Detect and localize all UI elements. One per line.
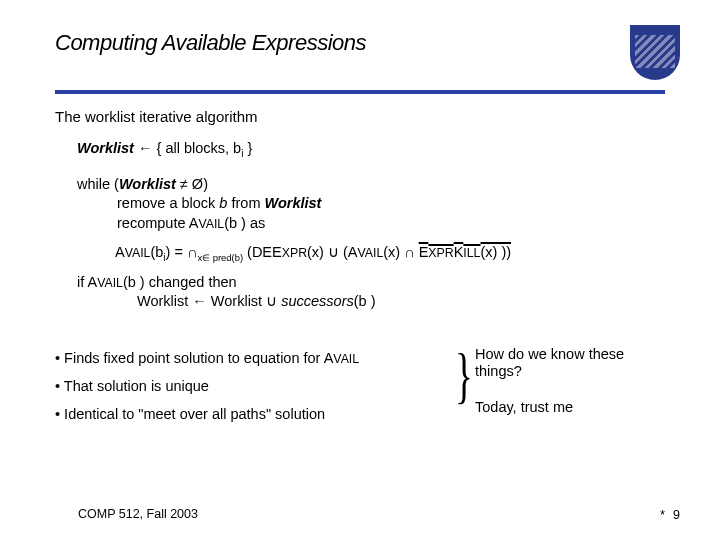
title-rule xyxy=(55,90,665,94)
shield-logo xyxy=(630,25,680,80)
answer-text: Today, trust me xyxy=(475,399,665,415)
footnote-asterisk: * xyxy=(660,507,665,522)
bullet-1: Finds fixed point solution to equation f… xyxy=(55,350,475,366)
footer: COMP 512, Fall 2003 *9 xyxy=(78,507,680,522)
algorithm-block: Worklist ← { all blocks, bi } while (Wor… xyxy=(77,139,665,312)
question-text: How do we know these things? xyxy=(475,346,665,381)
worklist-var: Worklist xyxy=(77,140,134,156)
avail-formula: AVAIL(bi) = ∩x∈ pred(b) (DEEXPR(x) ∪ (AV… xyxy=(115,243,665,265)
brace-icon: } xyxy=(455,344,473,406)
slide-title: Computing Available Expressions xyxy=(55,30,366,56)
bullet-2: That solution is unique xyxy=(55,378,475,394)
bullet-3: Identical to "meet over all paths" solut… xyxy=(55,406,475,422)
footer-left: COMP 512, Fall 2003 xyxy=(78,507,198,522)
page-number: 9 xyxy=(673,508,680,522)
subtitle: The worklist iterative algorithm xyxy=(55,108,665,125)
